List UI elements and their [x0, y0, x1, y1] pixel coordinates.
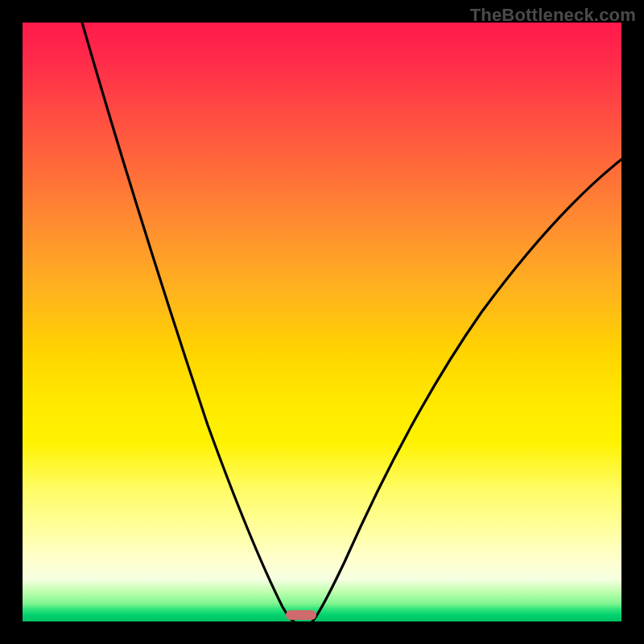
- watermark-text: TheBottleneck.com: [470, 5, 636, 26]
- bottleneck-marker: [286, 610, 316, 620]
- left-curve: [82, 23, 294, 621]
- right-curve: [312, 159, 621, 621]
- chart-frame: TheBottleneck.com: [0, 0, 644, 644]
- plot-area: [23, 23, 621, 621]
- curves-layer: [23, 23, 621, 621]
